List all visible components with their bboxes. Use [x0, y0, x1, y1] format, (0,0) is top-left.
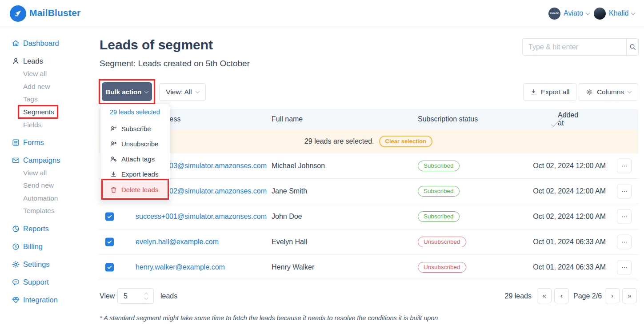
- page-subtitle: Segment: Leads created on 5th October: [100, 59, 250, 68]
- row-actions-button[interactable]: [617, 209, 632, 224]
- per-page-box: [117, 288, 154, 304]
- ellipsis-icon: [621, 239, 628, 245]
- row-checkbox[interactable]: [105, 238, 114, 246]
- envelope-icon: [12, 156, 20, 165]
- lead-email-link[interactable]: henry.walker@example.com: [136, 263, 225, 271]
- sidebar-item-forms[interactable]: Forms: [0, 137, 99, 148]
- sidebar-item-tags[interactable]: Tags: [23, 94, 94, 104]
- table-row: henry.walker@example.com Henry Walker Un…: [99, 255, 638, 280]
- ellipsis-icon: [621, 264, 628, 270]
- menu-item-delete-leads[interactable]: Delete leads: [100, 181, 170, 197]
- sidebar-item-settings[interactable]: Settings: [0, 259, 99, 270]
- columns-button[interactable]: Columns: [579, 83, 638, 101]
- user-avatar: [594, 8, 606, 20]
- selection-banner-text: 29 leads are selected.: [304, 137, 374, 145]
- pie-chart-icon: [12, 225, 20, 233]
- sidebar-item-dashboard[interactable]: Dashboard: [0, 38, 99, 48]
- total-leads-count: 29 leads: [505, 288, 532, 304]
- lead-full-name: John Doe: [272, 213, 302, 221]
- diamond-icon: [12, 296, 20, 304]
- added-at-value: Oct 02, 2024 12:00 AM: [533, 213, 606, 221]
- sidebar-item-segments[interactable]: Segments: [23, 107, 94, 117]
- sidebar: Dashboard Leads View all Add new Tags Se…: [0, 27, 99, 330]
- bulk-action-button[interactable]: Bulk action: [102, 82, 152, 101]
- pagination-first-button[interactable]: «: [537, 288, 552, 303]
- status-badge: Subscribed: [418, 211, 460, 222]
- table-row: success+001@simulator.amazonses.com John…: [99, 204, 638, 229]
- added-at-value: Oct 02, 2024 12:00 AM: [533, 187, 606, 195]
- menu-item-subscribe[interactable]: Subscribe: [100, 121, 170, 136]
- row-actions-button[interactable]: [617, 159, 632, 173]
- menu-item-unsubscribe[interactable]: Unsubscribe: [100, 136, 170, 151]
- user-label: Khalid: [609, 9, 628, 17]
- user-menu[interactable]: Khalid: [594, 6, 635, 21]
- bulk-action-menu: 29 leads selected Subscribe Unsubscribe …: [100, 104, 170, 201]
- dollar-icon: $: [12, 242, 20, 251]
- sidebar-item-automation[interactable]: Automation: [23, 193, 94, 203]
- lead-email-link[interactable]: success+001@simulator.amazonses.com: [136, 213, 267, 221]
- menu-selected-count: 29 leads selected: [100, 109, 170, 116]
- number-stepper-icon[interactable]: [144, 292, 149, 301]
- row-checkbox[interactable]: [105, 213, 114, 221]
- lead-email-link[interactable]: evelyn.hall@example.com: [136, 238, 219, 246]
- person-check-icon: [110, 125, 117, 133]
- view-filter-button[interactable]: View: All: [159, 83, 206, 101]
- table-header-row: Email address Full name Subscription sta…: [99, 109, 638, 129]
- table-row: success+003@simulator.amazonses.com Mich…: [99, 153, 638, 179]
- per-page-input[interactable]: [118, 289, 144, 303]
- search-input[interactable]: [523, 39, 626, 55]
- added-at-value: Oct 01, 2024 06:33 AM: [533, 238, 606, 246]
- chat-icon: [12, 278, 20, 286]
- brand-logo[interactable]: [10, 5, 26, 22]
- svg-text:$: $: [15, 244, 17, 249]
- added-at-value: Oct 01, 2024 06:33 AM: [533, 263, 606, 271]
- sidebar-item-leads[interactable]: Leads: [0, 56, 99, 66]
- search-button[interactable]: [626, 39, 638, 55]
- per-page-leads-label: leads: [160, 288, 177, 304]
- chevron-down-icon: [631, 11, 636, 15]
- brand-name: MailBluster: [29, 8, 80, 18]
- status-badge: Unsubscribed: [418, 262, 466, 273]
- menu-item-export-leads[interactable]: Export leads: [100, 166, 170, 181]
- sidebar-item-reports[interactable]: Reports: [0, 223, 99, 234]
- chevron-down-icon: [195, 89, 200, 93]
- pagination-next-button[interactable]: ›: [605, 288, 620, 303]
- form-icon: [12, 138, 20, 147]
- row-actions-button[interactable]: [617, 260, 632, 275]
- segment-footnote: * A standard segment might take some tim…: [100, 314, 438, 322]
- workspace-menu[interactable]: AVIATO Aviato: [548, 6, 589, 21]
- page-title: Leads of segment: [100, 37, 213, 52]
- sidebar-item-add-new[interactable]: Add new: [23, 82, 94, 92]
- menu-item-attach-tags[interactable]: Attach tags: [100, 151, 170, 166]
- clear-selection-button[interactable]: Clear selection: [379, 136, 433, 147]
- search-box: [522, 38, 639, 56]
- row-actions-button[interactable]: [617, 235, 632, 250]
- export-all-button[interactable]: Export all: [523, 83, 576, 101]
- pagination-prev-button[interactable]: ‹: [554, 288, 569, 303]
- page-indicator: Page 2/6: [573, 288, 602, 304]
- column-header-name: Full name: [272, 109, 303, 129]
- pagination-last-button[interactable]: »: [622, 288, 637, 303]
- chevron-down-icon: [586, 11, 590, 15]
- sidebar-item-campaigns-view-all[interactable]: View all: [23, 168, 94, 178]
- sidebar-item-campaigns[interactable]: Campaigns: [0, 155, 99, 165]
- sidebar-item-send-new[interactable]: Send new: [23, 181, 94, 190]
- added-at-value: Oct 02, 2024 12:00 AM: [533, 162, 606, 170]
- table-row: success+002@simulator.amazonses.com Jane…: [99, 179, 638, 204]
- row-checkbox[interactable]: [105, 263, 114, 272]
- sidebar-item-support[interactable]: Support: [0, 277, 99, 287]
- sidebar-item-billing[interactable]: $ Billing: [0, 241, 99, 252]
- status-badge: Subscribed: [418, 161, 460, 171]
- column-header-status: Subscription status: [418, 109, 478, 129]
- per-page-view-label: View: [100, 288, 115, 304]
- sidebar-item-leads-view-all[interactable]: View all: [23, 69, 94, 79]
- sidebar-item-fields[interactable]: Fields: [23, 120, 94, 130]
- sidebar-item-templates[interactable]: Templates: [23, 206, 94, 216]
- top-navbar: MailBluster AVIATO Aviato Khalid: [0, 0, 644, 27]
- gear-icon: [12, 260, 20, 269]
- gear-icon: [586, 89, 593, 96]
- lead-full-name: Michael Johnson: [272, 162, 325, 170]
- status-badge: Subscribed: [418, 186, 460, 197]
- sidebar-item-integration[interactable]: Integration: [0, 294, 99, 305]
- row-actions-button[interactable]: [617, 184, 632, 199]
